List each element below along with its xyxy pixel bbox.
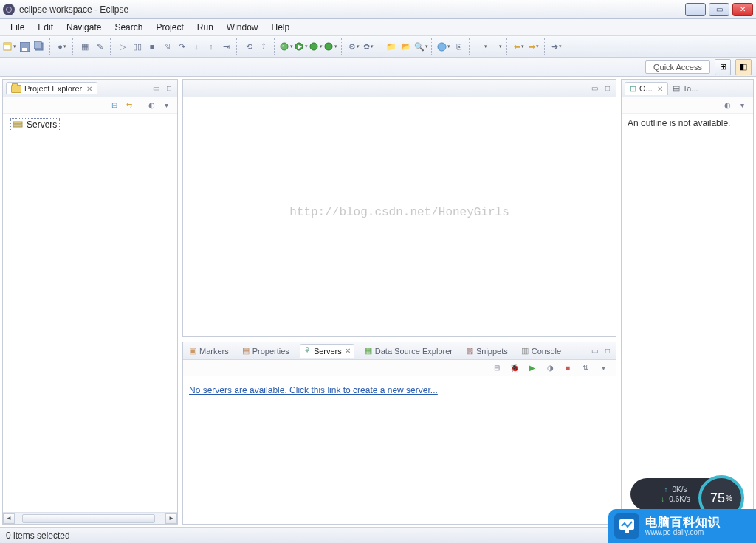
maximize-button[interactable]: ▭: [709, 3, 729, 16]
external-tools-button[interactable]: [324, 40, 337, 53]
outline-empty-text: An outline is not available.: [628, 118, 730, 128]
task-list-tab[interactable]: ▤ Ta...: [668, 82, 703, 94]
maximize-view-button[interactable]: □: [602, 346, 613, 356]
start-server-button[interactable]: ▶: [527, 363, 537, 373]
outline-tab[interactable]: ⊞ O... ✕: [625, 82, 668, 95]
tool-icon[interactable]: ➜: [550, 40, 563, 53]
servers-view-menu[interactable]: ▾: [598, 363, 608, 373]
badge-title: 电脑百科知识: [645, 516, 721, 529]
menu-edit[interactable]: Edit: [32, 21, 59, 34]
maximize-editor-button[interactable]: □: [602, 83, 613, 94]
tab-properties[interactable]: ▤Properties: [239, 345, 292, 357]
site-watermark-badge: 电脑百科知识 www.pc-daily.com: [608, 509, 756, 543]
web-browser-button[interactable]: [437, 40, 450, 53]
forward-button[interactable]: ➡: [527, 40, 540, 53]
debug-button[interactable]: *: [280, 40, 293, 53]
open-task-button[interactable]: 📂: [399, 40, 413, 53]
menu-window[interactable]: Window: [221, 21, 264, 34]
step-over-icon[interactable]: ↷: [175, 40, 188, 53]
tool-icon[interactable]: ▯▯: [131, 40, 144, 53]
menu-run[interactable]: Run: [191, 21, 219, 34]
tool-icon[interactable]: ⟲: [242, 40, 255, 53]
minimize-view-button[interactable]: ▭: [151, 83, 161, 94]
tool-icon[interactable]: ✎: [93, 40, 106, 53]
minimize-button[interactable]: —: [685, 3, 706, 16]
tab-markers[interactable]: ▣Markers: [186, 345, 232, 357]
view-menu-button[interactable]: ▾: [161, 100, 171, 111]
tool-icon[interactable]: ▦: [78, 40, 92, 53]
back-button[interactable]: ⬅: [512, 40, 526, 53]
view-menu-button[interactable]: ▾: [737, 100, 747, 111]
svg-rect-5: [34, 41, 41, 49]
editor-area: ▭ □ http://blog.csdn.net/HoneyGirls: [182, 79, 616, 337]
create-server-link[interactable]: No servers are available. Click this lin…: [189, 385, 438, 395]
tasklist-icon: ▤: [673, 83, 680, 93]
quick-access[interactable]: Quick Access: [645, 60, 710, 74]
step-out-icon[interactable]: ↑: [205, 40, 218, 53]
window-title: eclipse-workspace - Eclipse: [19, 4, 128, 15]
focus-task-button[interactable]: ◐: [722, 100, 732, 111]
minimize-editor-button[interactable]: ▭: [589, 83, 599, 94]
step-into-icon[interactable]: ↓: [190, 40, 203, 53]
menu-file[interactable]: File: [4, 21, 30, 34]
java-ee-perspective-button[interactable]: ◧: [735, 59, 752, 75]
outline-view: ⊞ O... ✕ ▤ Ta... ◐ ▾ An outline is not a…: [621, 79, 754, 525]
stop-server-button[interactable]: ■: [563, 363, 573, 373]
monitor-icon: [614, 513, 639, 539]
svg-rect-3: [22, 48, 27, 51]
close-icon[interactable]: ✕: [345, 347, 351, 355]
tasklist-tab-label: Ta...: [683, 84, 698, 93]
servers-tool-icon[interactable]: ⊟: [492, 363, 502, 373]
publish-button[interactable]: ⇅: [580, 363, 591, 373]
watermark-text: http://blog.csdn.net/HoneyGirls: [289, 206, 509, 219]
tool-icon[interactable]: ⋮: [489, 40, 503, 53]
main-toolbar: ● ▦ ✎ ▷ ▯▯ ■ ℕ ↷ ↓ ↑ ⇥ ⟲ ⤴ * ⚙ ✿ 📁 📂 🔍 ⎘…: [0, 35, 756, 58]
menu-project[interactable]: Project: [150, 21, 189, 34]
svg-rect-13: [13, 122, 22, 124]
menu-search[interactable]: Search: [109, 21, 148, 34]
tool-icon[interactable]: ■: [145, 40, 159, 53]
tool-icon[interactable]: ⤴: [257, 40, 270, 53]
tool-icon[interactable]: ▷: [116, 40, 129, 53]
project-tree[interactable]: Servers: [3, 114, 177, 136]
link-editor-button[interactable]: ⇆: [124, 100, 134, 111]
save-button[interactable]: [18, 40, 31, 53]
new-server-button[interactable]: ⚙: [347, 40, 360, 53]
close-icon[interactable]: ✕: [657, 85, 663, 93]
search-button[interactable]: 🔍: [414, 40, 427, 53]
tool-icon[interactable]: ✿: [362, 40, 375, 53]
open-type-button[interactable]: 📁: [385, 40, 398, 53]
menu-help[interactable]: Help: [266, 21, 296, 34]
profile-server-button[interactable]: ◑: [545, 363, 555, 373]
upload-speed: 0K/s: [672, 485, 687, 494]
new-button[interactable]: [3, 40, 16, 53]
collapse-all-button[interactable]: ⊟: [109, 100, 120, 111]
tool-icon[interactable]: ⇥: [219, 40, 233, 53]
project-explorer-tab[interactable]: Project Explorer ✕: [6, 82, 97, 94]
folder-icon: [11, 85, 21, 93]
run-button[interactable]: [295, 40, 308, 53]
tab-console[interactable]: ▥Console: [518, 345, 564, 357]
usage-percent: 75: [710, 491, 725, 506]
minimize-view-button[interactable]: ▭: [589, 346, 599, 356]
horizontal-scrollbar[interactable]: ◄►: [3, 512, 177, 524]
eclipse-icon: [3, 4, 15, 15]
focus-task-button[interactable]: ◐: [146, 100, 157, 111]
save-all-button[interactable]: [32, 40, 46, 53]
tab-data-source-explorer[interactable]: ▦Data Source Explorer: [362, 345, 456, 357]
tree-item-servers[interactable]: Servers: [10, 118, 60, 131]
tool-icon[interactable]: ℕ: [160, 40, 173, 53]
tab-servers[interactable]: ⚘Servers✕: [300, 344, 354, 358]
close-icon[interactable]: ✕: [86, 85, 92, 93]
maximize-view-button[interactable]: □: [164, 83, 174, 94]
menu-navigate[interactable]: Navigate: [61, 21, 107, 34]
tool-icon[interactable]: ●: [55, 40, 69, 53]
bottom-tab-group: ▣Markers ▤Properties ⚘Servers✕ ▦Data Sou…: [182, 342, 616, 525]
open-perspective-button[interactable]: ⊞: [715, 59, 731, 75]
close-button[interactable]: ✕: [732, 3, 753, 16]
tool-icon[interactable]: ⎘: [452, 40, 465, 53]
tab-snippets[interactable]: ▩Snippets: [463, 345, 511, 357]
run-last-button[interactable]: [309, 40, 323, 53]
tool-icon[interactable]: ⋮: [475, 40, 488, 53]
debug-server-button[interactable]: 🐞: [509, 363, 520, 373]
